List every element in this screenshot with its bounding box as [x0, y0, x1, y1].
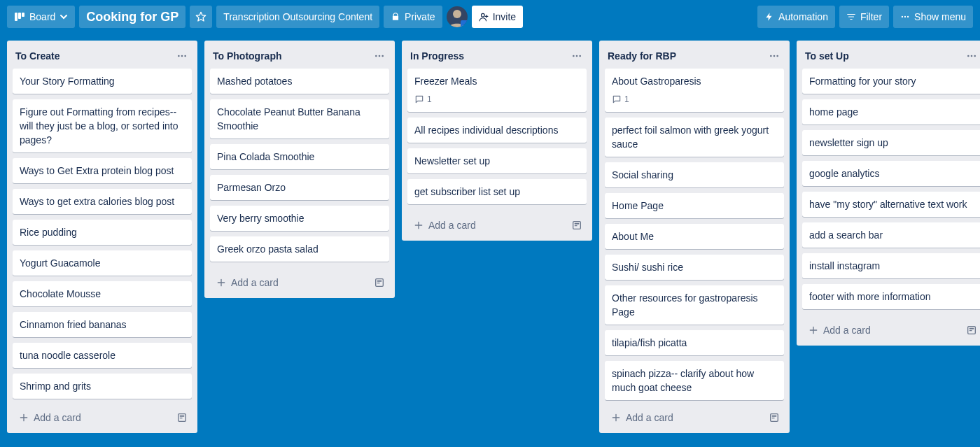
svg-point-7 — [907, 16, 909, 17]
card[interactable]: Freezer Meals1 — [407, 69, 587, 112]
filter-label: Filter — [860, 10, 882, 24]
add-card-button[interactable]: Add a card — [804, 322, 875, 339]
card[interactable]: About Gastroparesis1 — [605, 69, 784, 112]
list-cards: Freezer Meals1All recipes individual des… — [402, 69, 592, 211]
card-template-button[interactable] — [174, 409, 190, 426]
list-footer: Add a card — [797, 316, 980, 346]
comment-count: 1 — [427, 92, 432, 106]
card[interactable]: Home Page — [605, 193, 784, 218]
card-title: About Me — [612, 231, 654, 242]
card[interactable]: Yogurt Guacamole — [13, 250, 192, 276]
board-canvas[interactable]: To CreateYour Story FormattingFigure out… — [0, 34, 980, 447]
list-menu-button[interactable] — [371, 48, 388, 64]
list: Ready for RBPAbout Gastroparesis1perfect… — [599, 41, 790, 433]
list-header: To Photograph — [204, 41, 395, 69]
svg-point-5 — [902, 16, 903, 17]
card-title: Social sharing — [612, 169, 673, 180]
svg-point-3 — [453, 10, 461, 18]
list-menu-button[interactable] — [766, 48, 783, 64]
card[interactable]: newsletter sign up — [802, 130, 980, 155]
list: To CreateYour Story FormattingFigure out… — [7, 41, 197, 433]
card[interactable]: get subscriber list set up — [407, 179, 587, 204]
list: To PhotographMashed potatoesChocolate Pe… — [204, 41, 395, 298]
card[interactable]: Sushi/ sushi rice — [605, 255, 784, 280]
card-template-button[interactable] — [963, 322, 980, 339]
automation-button[interactable]: Automation — [757, 6, 835, 28]
card-title: tuna noodle casserole — [20, 350, 115, 361]
card[interactable]: Other resources for gastroparesis Page — [605, 285, 784, 325]
card[interactable]: Mashed potatoes — [210, 69, 389, 94]
privacy-button[interactable]: Private — [384, 6, 442, 28]
invite-button[interactable]: Invite — [472, 6, 523, 28]
chevron-down-icon — [59, 13, 68, 21]
svg-rect-31 — [772, 418, 775, 418]
card[interactable]: Parmesan Orzo — [210, 175, 389, 200]
card[interactable]: Your Story Formatting — [13, 69, 192, 94]
board-title[interactable]: Cooking for GP — [79, 6, 186, 28]
filter-button[interactable]: Filter — [839, 6, 889, 28]
card[interactable]: add a search bar — [802, 222, 980, 248]
card[interactable]: spinach pizza-- clarify about how much g… — [605, 361, 784, 400]
svg-rect-13 — [180, 418, 183, 418]
card[interactable]: Formatting for your story — [802, 69, 980, 94]
view-switcher-button[interactable]: Board — [7, 6, 75, 28]
card[interactable]: home page — [802, 99, 980, 125]
svg-point-32 — [967, 55, 969, 57]
add-card-button[interactable]: Add a card — [606, 409, 678, 426]
card[interactable]: Social sharing — [605, 162, 784, 187]
card[interactable]: tilapia/fish picatta — [605, 330, 784, 355]
workspace-button[interactable]: Transcription Outsourcing Content — [216, 6, 379, 28]
card[interactable]: About Me — [605, 224, 784, 249]
card[interactable]: google analytics — [802, 161, 980, 186]
list-menu-button[interactable] — [568, 48, 585, 64]
card[interactable]: Pina Colada Smoothie — [210, 144, 389, 169]
card[interactable]: Shrimp and grits — [13, 374, 192, 399]
card[interactable]: Ways to get extra calories blog post — [13, 189, 192, 214]
list-menu-button[interactable] — [963, 48, 980, 64]
card[interactable]: have "my story" alternative text work — [802, 192, 980, 217]
avatar[interactable] — [447, 6, 468, 27]
card[interactable]: footer with more information — [802, 284, 980, 309]
card[interactable]: Ways to Get Extra protein blog post — [13, 158, 192, 183]
list-title[interactable]: To Photograph — [213, 50, 282, 62]
card-template-button[interactable] — [766, 409, 783, 426]
card[interactable]: Chocolate Mousse — [13, 281, 192, 306]
card[interactable]: Rice pudding — [13, 220, 192, 245]
card[interactable]: Very berry smoothie — [210, 206, 389, 231]
list-title[interactable]: To set Up — [805, 50, 849, 62]
svg-point-14 — [375, 55, 377, 57]
show-menu-button[interactable]: Show menu — [893, 6, 973, 28]
template-icon — [374, 277, 385, 288]
add-card-button[interactable]: Add a card — [14, 409, 85, 426]
add-card-button[interactable]: Add a card — [211, 274, 283, 291]
card[interactable]: Greek orzo pasta salad — [210, 236, 389, 262]
card[interactable]: Newsletter set up — [407, 148, 587, 173]
card[interactable]: All recipes individual descriptions — [407, 118, 587, 143]
card-title: About Gastroparesis — [612, 76, 701, 87]
card[interactable]: perfect foil salmon with greek yogurt sa… — [605, 118, 784, 157]
svg-point-21 — [576, 55, 578, 57]
card[interactable]: install instagram — [802, 253, 980, 278]
star-icon — [195, 11, 206, 22]
card[interactable]: Figure out Formatting from recipes-- wil… — [13, 99, 192, 152]
card-title: Freezer Meals — [414, 76, 477, 87]
card-title: install instagram — [809, 260, 880, 271]
list-title[interactable]: Ready for RBP — [608, 50, 676, 62]
list-menu-button[interactable] — [174, 48, 190, 64]
card-title: Greek orzo pasta salad — [217, 243, 318, 255]
svg-point-15 — [379, 55, 381, 57]
show-menu-label: Show menu — [914, 10, 966, 24]
ellipsis-icon — [966, 50, 977, 62]
card-template-button[interactable] — [371, 274, 388, 291]
card[interactable]: tuna noodle casserole — [13, 343, 192, 368]
filter-icon — [846, 12, 856, 22]
card[interactable]: Cinnamon fried bananas — [13, 312, 192, 337]
star-button[interactable] — [190, 6, 212, 28]
card-title: Shrimp and grits — [20, 381, 91, 392]
list-title[interactable]: In Progress — [410, 50, 464, 62]
add-card-button[interactable]: Add a card — [409, 217, 480, 234]
ellipsis-icon — [571, 50, 582, 62]
card[interactable]: Chocolate Peanut Butter Banana Smoothie — [210, 99, 389, 139]
card-template-button[interactable] — [568, 217, 585, 234]
list-title[interactable]: To Create — [15, 50, 60, 62]
